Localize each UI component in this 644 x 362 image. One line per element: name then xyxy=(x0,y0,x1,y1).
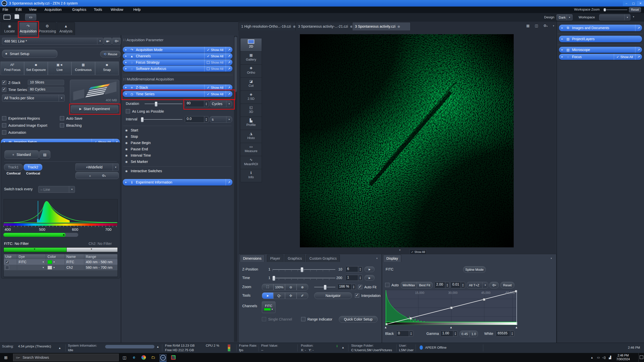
navigator-button[interactable]: Navigator xyxy=(314,292,352,299)
undock-icon[interactable]: ↗ xyxy=(226,47,232,53)
table-row-ch2[interactable]: ▼ ▼ Ch2 580 nm - 700 nm xyxy=(4,265,117,270)
range-handle-icon[interactable]: ▶ xyxy=(63,233,65,236)
set-exposure-button[interactable]: ◙Set Exposure xyxy=(24,62,48,75)
bestfit-high-spinner[interactable]: 0.01▲▼ xyxy=(451,282,465,288)
display-gear-button[interactable]: ⚙▾ xyxy=(489,282,499,288)
zstack-checkbox[interactable] xyxy=(2,80,6,85)
trigger-interval-time[interactable]: ◉Interval Time xyxy=(125,153,151,157)
show-all-toggle[interactable]: ✓Show All xyxy=(204,47,226,53)
undock-icon[interactable]: ↗ xyxy=(226,59,232,65)
snap-button[interactable]: ◙Snap xyxy=(95,62,119,75)
tab-locate[interactable]: ◉Locate xyxy=(1,22,19,36)
gamma-spinner[interactable]: 1.00▲▼ xyxy=(440,331,458,337)
live-button[interactable]: ▣◄Live xyxy=(48,62,71,75)
menu-graphics[interactable]: Graphics xyxy=(72,8,86,12)
center-scrollbar[interactable] xyxy=(234,36,237,342)
auto-save-option[interactable]: Auto Save xyxy=(60,116,83,120)
zstack-section[interactable]: ►≡ Z-Stack ✓Show All ↗ xyxy=(123,84,232,90)
zoom-in-icon[interactable]: ⊕ xyxy=(297,284,308,290)
tray-chevron-up-icon[interactable]: ▲ xyxy=(589,354,595,361)
interpolation-checkbox[interactable] xyxy=(355,293,359,298)
bleaching-option[interactable]: Bleaching xyxy=(60,123,82,127)
best-fit-button[interactable]: Best Fit xyxy=(417,282,433,288)
scrollbar-thumb[interactable] xyxy=(234,37,237,92)
undock-icon[interactable]: ↗ xyxy=(635,25,642,31)
windows-start-button[interactable]: ⊞ xyxy=(3,354,9,361)
timeseries-checkbox[interactable] xyxy=(2,87,6,92)
duration-slider-thumb[interactable] xyxy=(155,102,157,107)
pan-hand-tool-icon[interactable]: ✣ xyxy=(285,292,297,299)
workspace-dropdown[interactable]: ▼ xyxy=(599,14,630,20)
experiment-information-section[interactable]: ►ℹ Experiment Information ↗ xyxy=(123,179,232,186)
tab-custom-graphics[interactable]: Custom Graphics xyxy=(306,255,340,262)
view-tab-info[interactable]: ℹInfo xyxy=(240,169,262,182)
grid-layout-icon[interactable]: ▦ xyxy=(526,24,530,28)
open-file-icon[interactable] xyxy=(4,15,11,20)
save-config-button[interactable]: ▣▾ xyxy=(104,38,112,44)
reuse-button[interactable]: ⟲Reuse xyxy=(100,51,121,57)
chevron-down-icon[interactable]: ▼ xyxy=(552,25,555,27)
expander-icon[interactable]: ► xyxy=(123,61,129,64)
menu-file[interactable]: File xyxy=(3,8,8,12)
interval-unit-dropdown[interactable]: s▼ xyxy=(210,116,232,123)
expander-icon[interactable]: ► xyxy=(559,49,566,51)
gear-dropdown-button[interactable]: ⚙▾ xyxy=(102,173,106,177)
zen-blue-app-icon[interactable] xyxy=(140,354,147,361)
undock-icon[interactable]: ↗ xyxy=(635,47,642,53)
view-tab-3d[interactable]: ◱3D xyxy=(240,104,262,117)
trigger-stop[interactable]: ◉Stop xyxy=(125,134,138,139)
show-all-toggle[interactable]: Show All xyxy=(204,59,226,65)
undock-icon[interactable]: ↗ xyxy=(635,54,642,60)
experiment-regions-option[interactable]: Experiment Regions xyxy=(2,116,40,120)
view-tab-gallery[interactable]: ▦Gallery xyxy=(240,51,262,65)
smart-setup-button[interactable]: ✶Smart Setup xyxy=(2,50,57,58)
chevron-down-icon[interactable]: ▼ xyxy=(632,16,635,18)
time-slider[interactable] xyxy=(272,278,335,278)
zoom-slider[interactable] xyxy=(314,287,335,287)
focus-panel[interactable]: ►◌ Focus ✓Show All ↗ xyxy=(559,54,642,60)
close-icon[interactable]: ⊗ xyxy=(397,25,400,28)
single-channel-option[interactable]: Single Channel xyxy=(262,317,292,321)
expander-icon[interactable]: ► xyxy=(123,55,129,57)
design-dropdown[interactable]: Dark▼ xyxy=(556,14,573,20)
duration-slider[interactable] xyxy=(145,104,182,104)
focus-strategy-section[interactable]: ►◌ Focus Strategy Show All ↗ xyxy=(123,59,232,65)
fit-view-icon[interactable]: ⛶ xyxy=(262,284,273,290)
apply-scope-dropdown[interactable]: All T+Z▼ xyxy=(467,282,488,288)
interval-slider[interactable] xyxy=(141,119,182,120)
zoom-thumb[interactable] xyxy=(324,285,327,290)
fitc-channel-button[interactable]: FITC ▼ xyxy=(262,301,275,313)
spline-mode-button[interactable]: Spline Mode xyxy=(463,266,486,273)
gamma-handle[interactable]: ▲ xyxy=(450,326,453,329)
experiment-config-dropdown[interactable]: 488 561 Line *▼ xyxy=(2,38,103,44)
chevron-up-icon[interactable]: ▲ xyxy=(156,345,159,348)
detection-range-bar[interactable] xyxy=(3,233,66,237)
color-swatch[interactable] xyxy=(48,266,52,269)
tab-dimensions[interactable]: Dimensions xyxy=(240,255,265,262)
app-icon[interactable] xyxy=(170,354,177,361)
auto-fit-option[interactable]: Auto Fit xyxy=(358,285,376,289)
view-tab-profile[interactable]: ▙Profile xyxy=(240,117,262,130)
black-point-handle[interactable]: ▲ xyxy=(384,326,387,329)
expander-icon[interactable]: ► xyxy=(123,181,129,184)
ch2-filter-bar[interactable]: ▼ xyxy=(66,247,118,252)
workspace-zoom-reset-button[interactable]: Reset xyxy=(629,7,641,12)
expander-icon[interactable]: ► xyxy=(123,86,129,89)
min-max-button[interactable]: Min/Max xyxy=(401,282,417,288)
undock-icon[interactable]: ↗ xyxy=(226,53,232,59)
tracks-per-slice-dropdown[interactable]: All Tracks per Slice▼ xyxy=(2,95,65,102)
image-canvas[interactable] xyxy=(300,34,514,247)
speaker-icon[interactable]: ◁) xyxy=(601,354,607,361)
zstack-enable-row[interactable]: Z-Stack xyxy=(2,80,20,85)
expander-icon[interactable]: ► xyxy=(123,67,129,70)
as-long-as-possible-option[interactable]: As Long as Possible xyxy=(126,109,164,113)
time-spinner[interactable]: 1▲▼ xyxy=(345,275,363,281)
minimize-button[interactable]: – xyxy=(623,1,630,6)
interval-value-spinner[interactable]: 0.0▲▼ xyxy=(185,116,209,123)
display-histogram[interactable]: 15,000 30,000 45,000 60,000 xyxy=(385,290,517,326)
split-layout-icon[interactable]: ◫ xyxy=(535,24,538,28)
find-focus-button[interactable]: AFFind Focus xyxy=(1,62,24,75)
workspace-zoom-slider[interactable] xyxy=(603,10,627,10)
range-indicator-option[interactable]: Range Indicator xyxy=(301,317,332,321)
auto-checkbox[interactable] xyxy=(385,283,389,287)
